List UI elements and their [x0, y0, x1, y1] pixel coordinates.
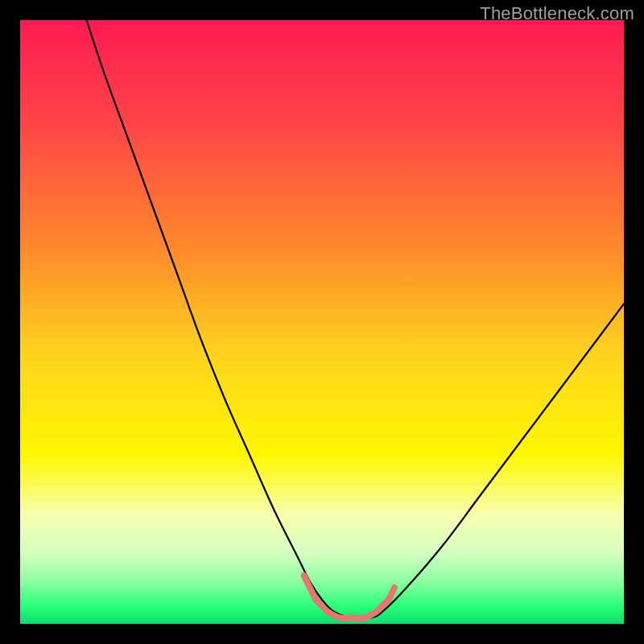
bottleneck-chart [20, 20, 624, 624]
gradient-background [20, 20, 624, 624]
watermark-text: TheBottleneck.com [480, 3, 634, 24]
chart-frame [20, 20, 624, 624]
